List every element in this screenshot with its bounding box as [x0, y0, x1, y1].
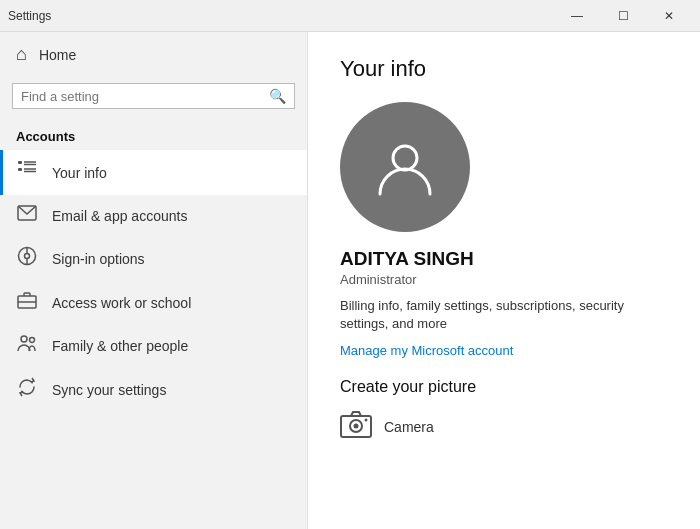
search-icon: 🔍: [269, 88, 286, 104]
home-icon: ⌂: [16, 44, 27, 65]
your-info-label: Your info: [52, 165, 107, 181]
app-title: Settings: [8, 9, 51, 23]
window-controls: — ☐ ✕: [554, 0, 692, 32]
search-box: 🔍: [12, 83, 295, 109]
avatar: [340, 102, 470, 232]
maximize-button[interactable]: ☐: [600, 0, 646, 32]
svg-rect-0: [18, 161, 22, 164]
svg-point-18: [354, 424, 359, 429]
search-input[interactable]: [21, 89, 269, 104]
sync-icon: [16, 377, 38, 402]
sidebar-item-your-info[interactable]: Your info: [0, 150, 307, 195]
family-label: Family & other people: [52, 338, 188, 354]
svg-rect-3: [18, 168, 22, 171]
user-role: Administrator: [340, 272, 668, 287]
email-icon: [16, 205, 38, 226]
sidebar-section-label: Accounts: [0, 121, 307, 150]
work-school-label: Access work or school: [52, 295, 191, 311]
user-desc: Billing info, family settings, subscript…: [340, 297, 668, 333]
sidebar-item-sync[interactable]: Sync your settings: [0, 367, 307, 412]
svg-point-13: [21, 336, 27, 342]
manage-account-link[interactable]: Manage my Microsoft account: [340, 343, 513, 358]
home-label: Home: [39, 47, 76, 63]
sidebar-item-home[interactable]: ⌂ Home: [0, 32, 307, 77]
sync-label: Sync your settings: [52, 382, 166, 398]
svg-point-14: [30, 338, 35, 343]
family-icon: [16, 334, 38, 357]
page-title: Your info: [340, 56, 668, 82]
sidebar-item-family[interactable]: Family & other people: [0, 324, 307, 367]
camera-item[interactable]: Camera: [340, 410, 668, 444]
sidebar-item-work-school[interactable]: Access work or school: [0, 281, 307, 324]
camera-label: Camera: [384, 419, 434, 435]
email-accounts-label: Email & app accounts: [52, 208, 187, 224]
minimize-button[interactable]: —: [554, 0, 600, 32]
sidebar: ⌂ Home 🔍 Accounts Your info: [0, 32, 308, 529]
create-picture-heading: Create your picture: [340, 378, 668, 396]
your-info-icon: [16, 160, 38, 185]
svg-point-19: [365, 419, 368, 422]
titlebar: Settings — ☐ ✕: [0, 0, 700, 32]
work-school-icon: [16, 291, 38, 314]
close-button[interactable]: ✕: [646, 0, 692, 32]
camera-icon: [340, 410, 372, 444]
sidebar-item-sign-in[interactable]: Sign-in options: [0, 236, 307, 281]
main-content: Your info ADITYA SINGH Administrator Bil…: [308, 32, 700, 529]
svg-point-8: [25, 254, 30, 259]
sign-in-icon: [16, 246, 38, 271]
sidebar-item-email-accounts[interactable]: Email & app accounts: [0, 195, 307, 236]
user-name: ADITYA SINGH: [340, 248, 668, 270]
svg-point-15: [393, 146, 417, 170]
sign-in-label: Sign-in options: [52, 251, 145, 267]
app-body: ⌂ Home 🔍 Accounts Your info: [0, 32, 700, 529]
